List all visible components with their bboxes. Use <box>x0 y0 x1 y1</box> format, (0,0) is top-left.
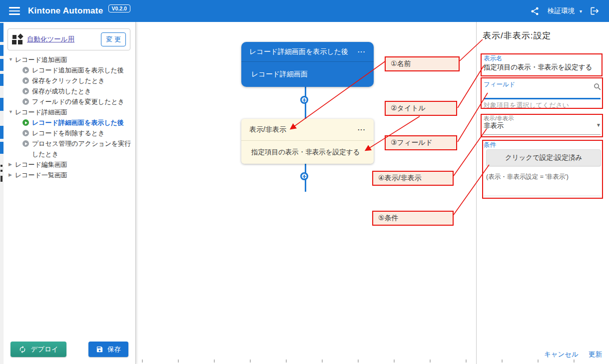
tree-group-label: レコード編集画面 <box>15 159 135 170</box>
tree-group-record-list[interactable]: ▶ レコード一覧画面 <box>8 170 135 180</box>
play-icon <box>22 140 29 147</box>
panel-footer-links: キャンセル 更新 <box>544 350 602 359</box>
play-icon <box>22 98 29 105</box>
app-link[interactable]: 自動化ツール用 <box>27 35 97 44</box>
tree-item-label: 保存が成功したとき <box>32 86 135 96</box>
tree-group-label: レコード追加画面 <box>15 54 135 65</box>
version-badge: V0.2.0 <box>108 4 130 12</box>
environment-selector[interactable]: 検証環境 <box>548 6 575 15</box>
tree-item-field-changed[interactable]: フィールドの値を変更したとき <box>8 96 135 107</box>
kintone-automate-app: Kintone Automate V0.2.0 検証環境 ▾ 自動化ツ <box>0 0 609 364</box>
app-header: Kintone Automate V0.2.0 検証環境 ▾ <box>0 0 609 22</box>
tree-item-process-action[interactable]: プロセス管理のアクションを実行したとき <box>8 138 135 159</box>
trigger-tree: ▼ レコード追加画面 レコード追加画面を表示した後 保存をクリックしたとき 保存… <box>3 54 135 180</box>
bottom-ruler-ticks <box>142 360 579 363</box>
app-title: Kintone Automate <box>28 6 103 16</box>
tree-group-record-detail[interactable]: ▼ レコード詳細画面 <box>8 107 135 117</box>
tree-item-label: レコードを削除するとき <box>32 128 135 138</box>
action-node-subtitle: 指定項目の表示・非表示を設定する <box>251 148 360 157</box>
cancel-link[interactable]: キャンセル <box>544 350 579 359</box>
highlight-rect-display-name <box>481 53 603 76</box>
change-app-button[interactable]: 変 更 <box>101 32 126 46</box>
action-node-title: 表示/非表示 <box>249 125 286 134</box>
play-icon <box>22 88 29 94</box>
add-step-button[interactable] <box>300 172 308 180</box>
tree-group-record-add[interactable]: ▼ レコード追加画面 <box>8 54 135 65</box>
annotation-4-visibility: ④表示/非表示 <box>372 171 454 186</box>
play-icon <box>22 130 29 136</box>
sidebar-actions: デプロイ 保存 <box>3 342 135 357</box>
caret-down-icon: ▼ <box>8 107 15 117</box>
deploy-button-label: デプロイ <box>30 345 58 354</box>
tree-item-save-clicked[interactable]: 保存をクリックしたとき <box>8 75 135 86</box>
tree-group-record-edit[interactable]: ▶ レコード編集画面 <box>8 159 135 170</box>
save-button[interactable]: 保存 <box>88 342 128 357</box>
tree-item-label: フィールドの値を変更したとき <box>32 96 135 107</box>
save-button-label: 保存 <box>107 345 121 354</box>
deploy-button[interactable]: デプロイ <box>10 342 66 357</box>
sync-icon <box>18 346 26 354</box>
highlight-rect-field <box>481 77 603 109</box>
annotation-1-name: ①名前 <box>385 56 460 71</box>
screen-edge-artifact <box>0 22 3 364</box>
tree-item-record-delete[interactable]: レコードを削除するとき <box>8 128 135 138</box>
highlight-rect-visibility <box>481 114 603 137</box>
tree-item-detail-shown-active[interactable]: レコード詳細画面を表示した後 <box>8 117 135 128</box>
flow-node-action[interactable]: 表示/非表示 ··· 指定項目の表示・非表示を設定する <box>241 119 374 164</box>
trigger-node-title: レコード詳細画面を表示した後 <box>249 47 348 56</box>
highlight-rect-condition <box>482 140 603 199</box>
tree-group-label: レコード詳細画面 <box>15 107 135 117</box>
tree-item-add-shown[interactable]: レコード追加画面を表示した後 <box>8 65 135 75</box>
annotation-3-field: ③フィールド <box>385 135 457 150</box>
trigger-node-subtitle: レコード詳細画面 <box>251 70 308 79</box>
tree-item-save-success[interactable]: 保存が成功したとき <box>8 86 135 96</box>
caret-down-icon: ▼ <box>8 54 15 65</box>
node-menu-icon[interactable]: ··· <box>358 126 366 133</box>
hamburger-menu-icon[interactable] <box>9 7 20 15</box>
panel-title: 表示/非表示:設定 <box>483 30 551 41</box>
annotation-5-condition: ⑤条件 <box>372 211 454 226</box>
kintone-app-icon <box>12 34 23 45</box>
tree-group-label: レコード一覧画面 <box>15 170 135 180</box>
logout-icon[interactable] <box>589 5 600 16</box>
play-icon <box>22 67 29 73</box>
node-menu-icon[interactable]: ··· <box>358 48 366 55</box>
tree-item-label: プロセス管理のアクションを実行したとき <box>32 138 135 159</box>
caret-right-icon: ▶ <box>8 159 15 170</box>
annotation-2-title: ②タイトル <box>385 101 457 116</box>
tree-item-label: 保存をクリックしたとき <box>32 75 135 86</box>
chevron-down-icon[interactable]: ▾ <box>580 8 582 14</box>
tree-item-label: レコード追加画面を表示した後 <box>32 65 135 75</box>
app-selector-box: 自動化ツール用 変 更 <box>7 28 130 50</box>
caret-right-icon: ▶ <box>8 170 15 180</box>
add-step-button[interactable] <box>300 96 308 104</box>
sidebar: 自動化ツール用 変 更 ▼ レコード追加画面 レコード追加画面を表示した後 保存… <box>3 22 136 364</box>
tree-item-label: レコード詳細画面を表示した後 <box>32 117 135 128</box>
update-link[interactable]: 更新 <box>589 350 602 359</box>
save-icon <box>96 346 103 353</box>
flow-node-trigger[interactable]: レコード詳細画面を表示した後 ··· レコード詳細画面 <box>241 42 374 87</box>
play-icon <box>22 77 29 84</box>
play-icon-active <box>22 119 29 126</box>
share-icon[interactable] <box>530 5 541 16</box>
